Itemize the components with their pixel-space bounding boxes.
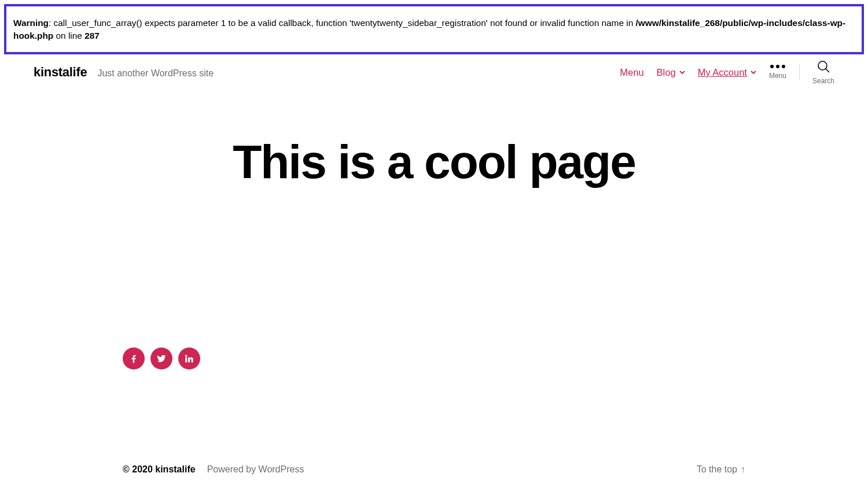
nav-link-blog[interactable]: Blog bbox=[657, 67, 685, 78]
social-twitter-button[interactable] bbox=[150, 348, 172, 369]
warning-message: : call_user_func_array() expects paramet… bbox=[49, 18, 636, 28]
facebook-icon bbox=[128, 353, 139, 364]
footer-copyright: © 2020 kinstalife bbox=[123, 464, 196, 475]
twitter-icon bbox=[156, 353, 167, 364]
site-header-right: Menu Blog My Account Menu bbox=[620, 60, 834, 85]
chevron-down-icon bbox=[751, 69, 756, 75]
svg-point-0 bbox=[818, 61, 827, 70]
nav-link-my-account-label: My Account bbox=[698, 67, 747, 78]
social-links bbox=[123, 348, 868, 369]
php-warning-banner: Warning: call_user_func_array() expects … bbox=[4, 4, 864, 54]
footer-powered-link[interactable]: Powered by WordPress bbox=[207, 464, 304, 475]
svg-line-1 bbox=[826, 69, 829, 72]
site-tagline: Just another WordPress site bbox=[97, 68, 214, 79]
nav-link-blog-label: Blog bbox=[657, 67, 676, 78]
vertical-divider bbox=[799, 64, 800, 80]
warning-label: Warning bbox=[13, 18, 49, 28]
warning-line-number: 287 bbox=[84, 31, 100, 40]
page-title: This is a cool page bbox=[0, 138, 868, 186]
horizontal-dots-icon bbox=[770, 65, 785, 68]
site-branding: kinstalife Just another WordPress site bbox=[34, 65, 214, 80]
site-title-link[interactable]: kinstalife bbox=[34, 65, 87, 80]
linkedin-icon bbox=[184, 353, 194, 364]
menu-toggle-label: Menu bbox=[769, 72, 786, 80]
menu-toggle-button[interactable]: Menu bbox=[769, 65, 786, 80]
search-toggle-button[interactable]: Search bbox=[812, 60, 834, 85]
site-footer: © 2020 kinstalife Powered by WordPress T… bbox=[0, 464, 868, 475]
to-top-button[interactable]: To the top ↑ bbox=[697, 464, 745, 475]
site-header: kinstalife Just another WordPress site M… bbox=[0, 58, 868, 86]
footer-left: © 2020 kinstalife Powered by WordPress bbox=[123, 464, 304, 475]
arrow-up-icon: ↑ bbox=[741, 464, 745, 475]
social-facebook-button[interactable] bbox=[123, 348, 145, 369]
search-icon bbox=[816, 60, 830, 73]
nav-link-my-account[interactable]: My Account bbox=[698, 67, 756, 78]
primary-nav: Menu Blog My Account bbox=[620, 67, 756, 78]
search-toggle-label: Search bbox=[812, 77, 834, 85]
social-linkedin-button[interactable] bbox=[178, 348, 200, 369]
to-top-label: To the top bbox=[697, 464, 737, 475]
nav-link-menu[interactable]: Menu bbox=[620, 67, 643, 78]
chevron-down-icon bbox=[679, 69, 685, 75]
warning-on-line: on line bbox=[53, 31, 84, 40]
